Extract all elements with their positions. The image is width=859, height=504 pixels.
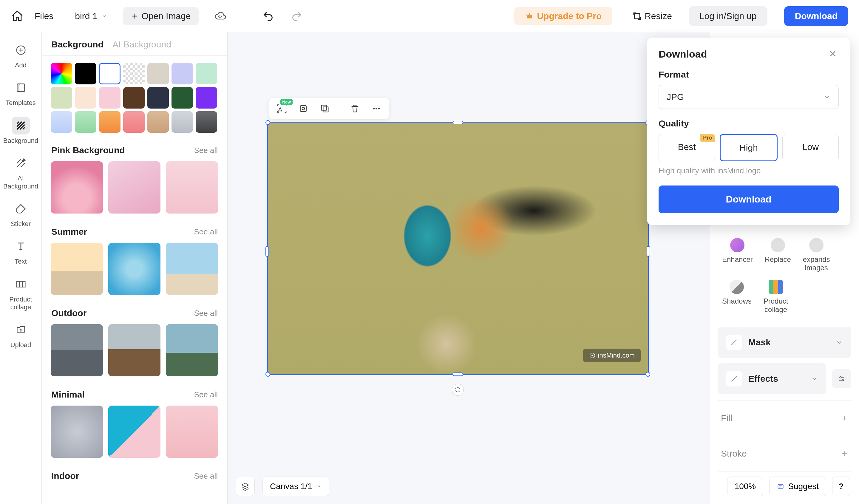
swatch-light-blue-grad[interactable] [51, 111, 72, 133]
handle-mt[interactable] [452, 121, 463, 124]
ai-tool-button[interactable]: AI New [275, 102, 288, 115]
rail-product-collage[interactable]: Product collage [1, 274, 40, 313]
tool-product-collage[interactable]: Product collage [764, 280, 788, 314]
tab-ai-background[interactable]: AI Background [112, 40, 171, 49]
selection-box[interactable]: insMind.com [267, 122, 649, 375]
swatch-sage[interactable] [51, 87, 72, 109]
bg-thumb-outdoor-1[interactable] [51, 324, 103, 376]
swatch-transparent[interactable] [123, 63, 145, 85]
bg-thumb-pink-3[interactable] [166, 161, 218, 214]
see-all-pink[interactable]: See all [194, 146, 218, 155]
swatch-dark-grey-grad[interactable] [196, 111, 217, 133]
see-all-outdoor[interactable]: See all [194, 309, 218, 318]
mask-icon [726, 335, 742, 350]
canvas-area[interactable]: AI New insMind.com [228, 32, 710, 504]
bg-thumb-outdoor-2[interactable] [108, 324, 161, 376]
svg-rect-7 [321, 105, 327, 110]
crop-tool-button[interactable] [297, 102, 310, 115]
tool-enhancer[interactable]: Enhancer [722, 238, 753, 272]
fill-label: Fill [721, 413, 732, 423]
bg-thumb-minimal-2[interactable] [108, 406, 161, 458]
effects-accordion[interactable]: Effects [718, 363, 826, 394]
handle-bl[interactable] [266, 372, 270, 377]
bg-thumb-pink-2[interactable] [108, 161, 161, 214]
effects-settings-button[interactable] [832, 369, 851, 388]
tool-expands[interactable]: expands images [803, 238, 830, 272]
handle-mb[interactable] [452, 372, 463, 376]
swatch-coral-grad[interactable] [123, 111, 145, 133]
rail-upload[interactable]: Upload [1, 319, 40, 351]
resize-button[interactable]: Resize [633, 11, 672, 21]
tool-shadows[interactable]: Shadows [722, 280, 752, 314]
swatch-peach[interactable] [75, 87, 96, 109]
see-all-indoor[interactable]: See all [194, 472, 218, 481]
swatch-brown[interactable] [123, 87, 145, 109]
cloud-sync-icon[interactable] [214, 10, 226, 22]
more-button[interactable] [370, 102, 383, 115]
rail-background[interactable]: Background [1, 115, 40, 147]
rotate-handle[interactable] [452, 384, 464, 396]
rail-ai-background[interactable]: AI Background [1, 152, 40, 192]
rail-sticker[interactable]: Sticker [1, 198, 40, 230]
swatch-tan[interactable] [147, 63, 169, 85]
zoom-level-button[interactable]: 100% [727, 476, 764, 496]
swatch-purple[interactable] [196, 87, 217, 109]
rail-templates[interactable]: Templates [1, 77, 40, 109]
duplicate-button[interactable] [318, 102, 331, 115]
layers-button[interactable] [236, 477, 255, 496]
watermark-label: insMind.com [598, 352, 635, 360]
rail-text[interactable]: Text [1, 235, 40, 267]
swatch-color-picker[interactable] [51, 63, 72, 85]
tab-background[interactable]: Background [51, 40, 104, 49]
quality-low-button[interactable]: Low [782, 134, 839, 161]
see-all-minimal[interactable]: See all [194, 390, 218, 399]
files-menu[interactable]: Files [35, 11, 54, 21]
delete-button[interactable] [348, 102, 361, 115]
swatch-orange-grad[interactable] [99, 111, 121, 133]
fill-row[interactable]: Fill [710, 407, 859, 430]
swatch-tan-grad[interactable] [147, 111, 169, 133]
mask-accordion[interactable]: Mask [718, 327, 851, 358]
canvas-image[interactable] [268, 123, 648, 374]
suggest-button[interactable]: Suggest [769, 476, 826, 496]
download-button[interactable]: Download [784, 6, 848, 26]
swatch-grey-grad[interactable] [171, 111, 193, 133]
swatch-navy[interactable] [147, 87, 169, 109]
bg-thumb-outdoor-3[interactable] [166, 324, 218, 376]
format-select[interactable]: JPG [659, 85, 839, 109]
file-name-dropdown[interactable]: bird 1 [75, 11, 107, 21]
canvas-page-selector[interactable]: Canvas 1/1 [262, 476, 329, 496]
handle-br[interactable] [646, 372, 650, 377]
tool-replace[interactable]: Replace [765, 238, 791, 272]
quality-high-button[interactable]: High [720, 134, 777, 161]
quality-best-button[interactable]: Best Pro [659, 134, 715, 161]
swatch-black[interactable] [75, 63, 96, 85]
swatch-lavender[interactable] [171, 63, 193, 85]
redo-icon[interactable] [291, 10, 303, 22]
login-signup-button[interactable]: Log in/Sign up [689, 6, 767, 26]
rail-add[interactable]: Add [1, 40, 40, 71]
swatch-mint[interactable] [196, 63, 217, 85]
swatch-pink[interactable] [99, 87, 121, 109]
open-image-button[interactable]: Open Image [123, 7, 198, 25]
swatch-dark-green[interactable] [171, 87, 193, 109]
home-icon[interactable] [11, 10, 24, 23]
swatch-light-green-grad[interactable] [75, 111, 96, 133]
upgrade-pro-button[interactable]: Upgrade to Pro [514, 7, 612, 25]
help-button[interactable]: ? [832, 476, 850, 496]
bg-thumb-pink-1[interactable] [51, 161, 103, 214]
bg-thumb-minimal-3[interactable] [166, 406, 218, 458]
bg-thumb-minimal-1[interactable] [51, 406, 103, 458]
handle-mr[interactable] [647, 246, 650, 257]
bg-thumb-summer-3[interactable] [166, 243, 218, 295]
download-action-button[interactable]: Download [659, 185, 839, 213]
stroke-row[interactable]: Stroke [710, 442, 859, 465]
handle-tl[interactable] [266, 120, 270, 125]
swatch-white-selected[interactable] [99, 63, 121, 85]
see-all-summer[interactable]: See all [194, 227, 218, 236]
bg-thumb-summer-2[interactable] [108, 243, 161, 295]
close-modal-button[interactable] [828, 49, 839, 60]
bg-thumb-summer-1[interactable] [51, 243, 103, 295]
undo-icon[interactable] [262, 10, 274, 22]
handle-ml[interactable] [266, 246, 269, 257]
